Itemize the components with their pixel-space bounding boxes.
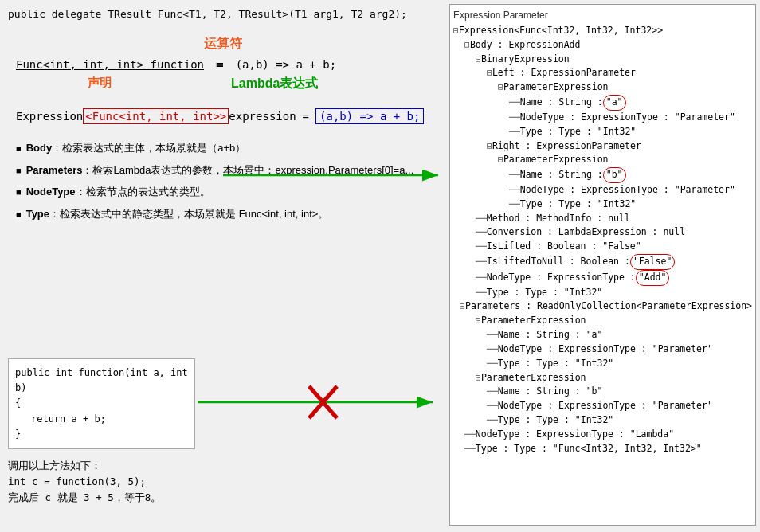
delegate-line: public delegate TResult Func<T1, T2, TRe… [8,8,438,20]
tree-line: ── Type : Type : "Int32" [453,125,752,139]
code-line-0: public int function(int a, int b) [15,366,188,396]
operator-label: 运算符 [204,37,242,50]
tree-line: ── Name : String : "a" [453,328,752,342]
list-item: ■ NodeType：检索节点的表达式的类型。 [16,184,438,200]
expression-line: Expression<Func<int, int, int>> expressi… [16,108,438,124]
code-line-3: } [15,427,188,442]
tree-line: ── Type : Type : "Int32" [453,413,752,428]
tree-line: ── Name : String : "a" [453,95,752,111]
bottom-line-0: 调用以上方法如下： [8,458,161,474]
tree-line: ── Name : String : "b" [453,167,752,183]
bottom-text: 调用以上方法如下： int c = function(3, 5); 完成后 c … [8,458,161,506]
main-container: public delegate TResult Func<T1, T2, TRe… [0,0,760,532]
label-lambda: Lambda表达式 [231,76,318,92]
tree-line: ⊟ ParameterExpression [453,314,752,328]
arrow-code-to-right [198,382,445,422]
tree-line: ── NodeType : ExpressionType : "Paramete… [453,111,752,125]
expr-equals: = [303,110,309,123]
bullet-text: NodeType：检索节点的表达式的类型。 [26,184,438,200]
svg-line-4 [309,386,337,418]
expr-var: expression [229,110,296,123]
bullet-text: Body：检索表达式的主体，本场景就是（a+b） [26,140,438,156]
tree-line: ── Name : String : "b" [453,385,752,399]
labels-row: 声明 Lambda表达式 [16,76,438,92]
operator-section: 运算符 [8,36,438,53]
tree-line: ── Conversion : LambdaExpression : null [453,225,752,240]
list-item: ■ Type：检索表达式中的静态类型，本场景就是 Func<int, int, … [16,206,438,222]
bullet-text: Parameters：检索Lambda表达式的参数，本场景中：expressio… [26,162,438,178]
bullet-icon: ■ [16,164,22,178]
tree-panel: Expression Parameter ⊟ Expression<Func<I… [449,4,756,526]
bullet-list: ■ Body：检索表达式的主体，本场景就是（a+b） ■ Parameters：… [16,140,438,221]
func-eq: = [216,57,224,72]
tree-line: ── IsLifted : Boolean : "False" [453,240,752,254]
tree-container: ⊟ Expression<Func<Int32, Int32, Int32>>⊟… [453,24,752,456]
bottom-line-1: int c = function(3, 5); [8,474,161,490]
tree-line: ── Type : Type : "Int32" [453,357,752,371]
delegate-text: public delegate TResult Func<T1, T2, TRe… [8,8,407,20]
tree-line: ⊟ Right : ExpressionParameter [453,139,752,154]
tree-line: ⊟ Left : ExpressionParameter [453,66,752,80]
tree-line: ⊟ Expression<Func<Int32, Int32, Int32>> [453,24,752,38]
bullet-icon: ■ [16,208,22,222]
tree-line: ⊟ Parameters : ReadOnlyCollection<Parame… [453,299,752,314]
expr-keyword: Expression [16,110,83,123]
tree-line: ── Type : Type : "Int32" [453,198,752,212]
list-item: ■ Body：检索表达式的主体，本场景就是（a+b） [16,140,438,156]
left-panel: public delegate TResult Func<T1, T2, TRe… [8,8,438,228]
code-box: public int function(int a, int b) { retu… [8,358,195,449]
tree-line: ⊟ ParameterExpression [453,371,752,385]
tree-line: ⊟ BinaryExpression [453,53,752,67]
expr-body: (a,b) => a + b; [315,108,424,124]
bullet-text: Type：检索表达式中的静态类型，本场景就是 Func<int, int, in… [26,206,438,222]
tree-line: ── IsLiftedToNull : Boolean : "False" [453,254,752,270]
tree-title-text: Expression Parameter [453,10,548,21]
bullet-icon: ■ [16,186,22,200]
func-decl: Func<int, int, int> function [16,58,204,71]
tree-line: ── Type : Type : "Int32" [453,286,752,300]
tree-line: ⊟ Body : ExpressionAdd [453,38,752,53]
bottom-line-2: 完成后 c 就是 3 + 5，等于8。 [8,490,161,506]
tree-line: ── Type : Type : "Func<Int32, Int32, Int… [453,442,752,456]
list-item: ■ Parameters：检索Lambda表达式的参数，本场景中：express… [16,162,438,178]
tree-line: ── NodeType : ExpressionType : "Paramete… [453,342,752,357]
func-body: (a,b) => a + b; [236,58,336,71]
tree-line: ── Method : MethodInfo : null [453,212,752,226]
code-line-2: return a + b; [31,412,188,427]
tree-title: Expression Parameter [453,10,752,21]
tree-line: ── NodeType : ExpressionType : "Paramete… [453,399,752,413]
tree-line: ── NodeType : ExpressionType : "Add" [453,270,752,286]
bullet-icon: ■ [16,142,22,156]
expr-generic: <Func<int, int, int>> [83,108,229,124]
tree-line: ── NodeType : ExpressionType : "Paramete… [453,183,752,198]
tree-line: ── NodeType : ExpressionType : "Lambda" [453,428,752,442]
code-line-1: { [15,396,188,411]
func-line: Func<int, int, int> function = (a,b) => … [16,57,438,72]
tree-line: ⊟ ParameterExpression [453,80,752,95]
svg-line-5 [309,386,337,418]
tree-line: ⊟ ParameterExpression [453,153,752,167]
label-shengming: 声明 [16,76,183,92]
